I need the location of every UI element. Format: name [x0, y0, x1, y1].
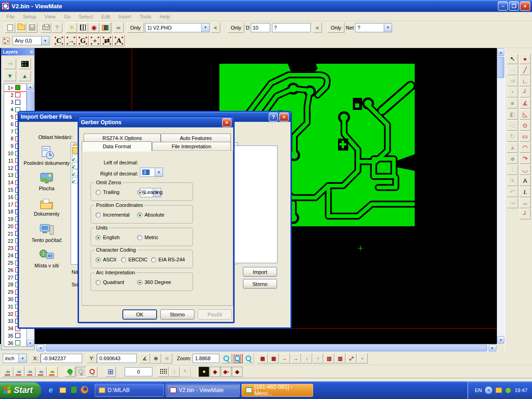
move-selection-icon[interactable]: ◆ [507, 153, 518, 164]
stretch-icon[interactable]: ↕ [507, 164, 518, 175]
zoom-tool-button[interactable] [221, 353, 232, 363]
layer-color-swatch[interactable] [15, 333, 20, 338]
radio-leading[interactable]: Leading [137, 189, 163, 195]
view-pads-button[interactable]: ∞ [36, 367, 47, 377]
layers-panel-titlebar[interactable]: Layers × [1, 48, 34, 55]
radio-icon[interactable] [137, 280, 142, 285]
chevron-down-icon[interactable]: ▼ [18, 354, 26, 363]
left-of-decimal-combo[interactable]: 3 ▼ [140, 168, 163, 177]
draw-label-icon[interactable]: L [520, 187, 531, 197]
rotate-icon[interactable]: ↻ [507, 131, 518, 142]
minimize-button[interactable]: – [498, 1, 508, 11]
draw-line-icon[interactable]: ╱ [520, 65, 531, 75]
tray-messenger-icon[interactable] [505, 387, 511, 393]
only-net-button[interactable]: Only [327, 23, 345, 33]
place-desktop[interactable]: Plocha [39, 172, 54, 191]
net-filter-combo[interactable]: ? ▼ [355, 23, 392, 32]
radio-icon[interactable] [137, 235, 142, 240]
quick-folder-icon[interactable] [59, 386, 67, 394]
select-scope-combo[interactable]: Any (U) ▼ [12, 36, 49, 45]
highlight-outline-button[interactable] [87, 367, 97, 377]
menu-item[interactable]: File [3, 13, 18, 20]
layer-move-down-button[interactable]: ▼ [4, 71, 16, 81]
layer-table-button[interactable] [18, 59, 31, 69]
chevron-down-icon[interactable]: ▼ [155, 168, 163, 176]
dialog-help-button[interactable]: ? [269, 113, 278, 121]
internet-explorer-icon[interactable]: e [47, 386, 55, 394]
cancel-button[interactable]: Storno [160, 309, 194, 320]
maximize-button[interactable]: ❐ [509, 1, 519, 11]
vertical-scroll-thumb[interactable] [497, 57, 504, 78]
select-net-button[interactable]: ⇄ [101, 35, 113, 46]
radio-icon[interactable] [151, 257, 156, 262]
radio-eia-rs244[interactable]: EIA RS-244 [151, 257, 185, 262]
select-cursor-icon[interactable]: ↖ [507, 54, 518, 64]
horizontal-scroll-thumb[interactable] [46, 345, 487, 351]
scroll-down-button[interactable]: ▼ [497, 336, 504, 344]
radio-icon[interactable] [96, 235, 101, 240]
layer-row[interactable]: 2 [4, 91, 26, 99]
pan-right-icon[interactable]: → [290, 353, 301, 363]
radio-icon[interactable] [96, 280, 101, 285]
highlight-button[interactable]: ✶ [66, 23, 77, 33]
firefox-icon[interactable] [81, 386, 88, 393]
radio-icon[interactable] [96, 257, 101, 262]
menu-item[interactable]: Help [156, 13, 174, 20]
layer-color-swatch[interactable] [15, 92, 20, 97]
select-pad-button[interactable]: + [89, 35, 101, 46]
tray-mail-icon[interactable] [496, 387, 502, 393]
radio-icon[interactable] [137, 190, 142, 195]
place-documents[interactable]: Dokumenty [34, 197, 60, 217]
grid-toggle-icon[interactable]: ▦ [268, 353, 279, 363]
layers-close-icon[interactable]: × [30, 49, 33, 54]
aperture-view-button[interactable]: ◉ [89, 23, 99, 33]
tile-windows-button[interactable]: ⊞ [105, 367, 116, 377]
layer-move-up-button[interactable]: ▲ [18, 71, 31, 81]
menu-item[interactable]: Insert [115, 13, 135, 20]
radio-quadrant[interactable]: Quadrant [96, 279, 124, 285]
scale-icon[interactable]: ▲ [507, 142, 518, 153]
layer-scroll-thumb[interactable] [27, 91, 34, 112]
draw-rectangle-icon[interactable]: ▭ [520, 131, 531, 142]
options-gear-icon[interactable]: ✳ [507, 175, 518, 186]
radio-icon[interactable] [96, 190, 101, 195]
radio-ebcdic[interactable]: EBCDIC [121, 257, 148, 262]
tab-auto-features[interactable]: Auto Features [161, 133, 231, 142]
gerber-options-close-button[interactable]: × [222, 118, 231, 127]
chevron-down-icon[interactable]: ▼ [384, 24, 392, 32]
layer-row[interactable]: 35 [4, 332, 26, 339]
menu-item[interactable]: Tools [136, 13, 155, 20]
move-point-icon[interactable]: → [507, 65, 518, 75]
grid-copy-icon[interactable]: ▥ [335, 353, 345, 363]
layer-row[interactable]: 36 [4, 339, 26, 347]
place-my-computer[interactable]: Tento počítač [31, 223, 61, 243]
layer-colors-button[interactable] [100, 23, 110, 33]
flash-mode-button[interactable] [199, 367, 209, 377]
book-icon[interactable] [71, 386, 77, 393]
select-trace-button[interactable]: → [65, 35, 77, 46]
resize-window-icon[interactable]: ⤢ [346, 353, 357, 363]
draw-angle-icon[interactable]: ∡ [520, 98, 531, 109]
taskbar-task-button[interactable]: D:\MLAB [95, 384, 164, 397]
start-button[interactable]: Start [0, 382, 41, 398]
radio-360-degree[interactable]: 360 Degree [137, 279, 171, 285]
layer-row[interactable]: 3 [4, 99, 26, 106]
grid-snap-icon[interactable]: ▧ [324, 353, 334, 363]
select-component-button[interactable]: C [53, 35, 65, 46]
save-file-button[interactable] [27, 23, 37, 33]
tray-chevron-icon[interactable]: < [485, 387, 492, 394]
import-cancel-button[interactable]: Storno [243, 279, 277, 289]
dcode-filter-input[interactable] [272, 23, 311, 32]
move-selection-button[interactable]: ↖ [180, 367, 191, 377]
radio-metric[interactable]: Metric [137, 235, 158, 240]
gerber-options-titlebar[interactable]: Gerber Options × [79, 117, 234, 127]
mirror-vertical-icon[interactable]: ◁ [507, 120, 518, 131]
dcode-input[interactable] [251, 23, 270, 32]
draw-arc-icon[interactable]: ◠ [520, 142, 531, 153]
draw-dimension-icon[interactable]: ↔ [520, 198, 531, 208]
tab-data-format[interactable]: Data Format [82, 141, 152, 151]
center-target-button[interactable]: ⊕ [151, 353, 161, 363]
relative-origin-button[interactable]: ⊕ [162, 353, 172, 363]
zoom-grid-button[interactable] [232, 353, 243, 363]
select-gerber-button[interactable]: G [77, 35, 89, 46]
